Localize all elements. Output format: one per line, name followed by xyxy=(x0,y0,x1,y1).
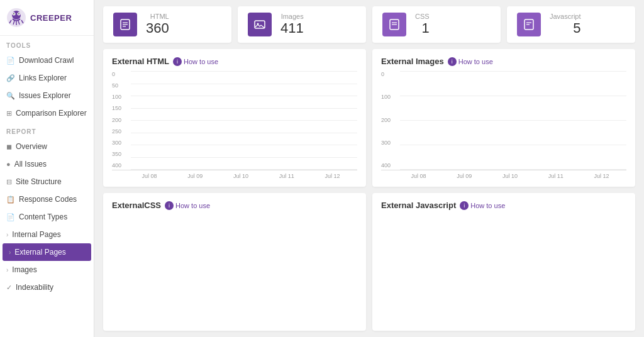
html-stat-label: HTML xyxy=(146,13,169,20)
sidebar-item-label: Response Codes xyxy=(19,195,77,204)
x-axis-html: Jul 08 Jul 09 Jul 10 Jul 11 Jul 12 xyxy=(112,170,357,179)
javascript-stat-icon xyxy=(517,13,541,36)
svg-point-4 xyxy=(13,13,14,14)
javascript-stat-info: Javascript 5 xyxy=(550,13,581,36)
info-icon-external-html: i xyxy=(173,57,182,66)
info-icon-external-images: i xyxy=(448,57,457,66)
report-section-label: REPORT xyxy=(0,122,94,138)
stat-card-javascript: Javascript 5 xyxy=(507,6,635,43)
chart-external-javascript: External Javascript i How to use xyxy=(372,193,635,331)
sidebar: CREEPER TOOLS 📄 Download Crawl 🔗 Links E… xyxy=(0,0,94,337)
stats-row: HTML 360 Images 411 CSS 1 xyxy=(94,0,644,49)
info-icon-external-javascript: i xyxy=(460,201,469,210)
chart-external-images: External Images i How to use 400 300 200… xyxy=(372,49,635,187)
sidebar-item-site-structure[interactable]: ⊟ Site Structure xyxy=(0,173,94,191)
how-to-use-label-images: How to use xyxy=(458,58,493,65)
response-codes-icon: 📋 xyxy=(6,196,15,204)
comparison-explorer-icon: ⊞ xyxy=(6,109,12,118)
sidebar-item-indexability[interactable]: ✓ Indexability xyxy=(0,279,94,296)
images-stat-info: Images 411 xyxy=(280,13,304,36)
sidebar-item-label: Links Explorer xyxy=(19,74,67,82)
tools-section-label: TOOLS xyxy=(0,36,94,52)
chart-empty-css xyxy=(112,215,357,323)
stat-card-html: HTML 360 xyxy=(103,6,231,43)
brand-name: CREEPER xyxy=(30,13,72,23)
css-stat-icon xyxy=(382,13,406,36)
sidebar-item-label: Site Structure xyxy=(16,177,62,186)
stat-card-css: CSS 1 xyxy=(372,6,501,43)
stat-card-images: Images 411 xyxy=(238,6,366,43)
main-content: HTML 360 Images 411 CSS 1 xyxy=(94,0,644,337)
html-stat-info: HTML 360 xyxy=(146,13,169,36)
javascript-stat-value: 5 xyxy=(550,20,581,36)
chart-external-html: External HTML i How to use 400 350 300 2… xyxy=(103,49,366,187)
sidebar-item-issues-explorer[interactable]: 🔍 Issues Explorer xyxy=(0,87,94,104)
sidebar-item-response-codes[interactable]: 📋 Response Codes xyxy=(0,191,94,208)
info-icon-external-css: i xyxy=(165,201,174,210)
sidebar-item-label: Images xyxy=(12,265,36,274)
html-stat-icon xyxy=(113,13,137,36)
y-axis-images: 400 300 200 100 0 xyxy=(381,71,399,170)
sidebar-item-download-crawl[interactable]: 📄 Download Crawl xyxy=(0,52,94,69)
sidebar-item-comparison-explorer[interactable]: ⊞ Comparison Explorer xyxy=(0,104,94,122)
css-stat-label: CSS xyxy=(415,13,430,20)
bar-chart-area-html: 400 350 300 250 200 150 100 50 0 xyxy=(112,71,357,179)
chart-title-external-images: External Images xyxy=(381,57,444,66)
how-to-use-external-images[interactable]: i How to use xyxy=(448,57,493,66)
sidebar-item-label: Overview xyxy=(16,142,47,151)
chart-title-external-css: ExternalCSS xyxy=(112,201,161,210)
download-crawl-icon: 📄 xyxy=(6,57,15,65)
grid-lines-images xyxy=(400,71,626,170)
javascript-stat-label: Javascript xyxy=(550,13,581,20)
svg-point-5 xyxy=(18,13,19,14)
bar-chart-images: 400 300 200 100 0 214 xyxy=(381,71,626,170)
how-to-use-external-css[interactable]: i How to use xyxy=(165,201,210,210)
sidebar-item-label: Issues Explorer xyxy=(19,91,71,100)
sidebar-item-label: Content Types xyxy=(19,213,67,221)
x-axis-images: Jul 08 Jul 09 Jul 10 Jul 11 Jul 12 xyxy=(381,170,626,179)
chart-title-external-html: External HTML xyxy=(112,57,169,66)
overview-icon: ◼ xyxy=(6,143,12,151)
indexability-icon: ✓ xyxy=(6,284,12,292)
chart-header-external-images: External Images i How to use xyxy=(381,57,626,66)
sidebar-item-overview[interactable]: ◼ Overview xyxy=(0,138,94,155)
sidebar-item-links-explorer[interactable]: 🔗 Links Explorer xyxy=(0,69,94,87)
sidebar-item-content-types[interactable]: 📄 Content Types xyxy=(0,208,94,226)
content-types-icon: 📄 xyxy=(6,213,15,221)
bar-chart-html: 400 350 300 250 200 150 100 50 0 xyxy=(112,71,357,170)
links-explorer-icon: 🔗 xyxy=(6,74,15,82)
all-issues-icon: ● xyxy=(6,160,11,168)
logo-icon xyxy=(6,8,26,28)
how-to-use-external-javascript[interactable]: i How to use xyxy=(460,201,505,210)
images-chevron-icon: › xyxy=(6,267,8,273)
y-axis-html: 400 350 300 250 200 150 100 50 0 xyxy=(112,71,130,170)
chart-title-external-javascript: External Javascript xyxy=(381,201,456,210)
charts-grid: External HTML i How to use 400 350 300 2… xyxy=(94,49,644,337)
html-stat-value: 360 xyxy=(146,20,169,36)
chart-header-external-css: ExternalCSS i How to use xyxy=(112,201,357,210)
css-stat-info: CSS 1 xyxy=(415,13,430,36)
images-stat-value: 411 xyxy=(280,20,304,36)
sidebar-item-label: External Pages xyxy=(14,248,65,257)
chart-empty-javascript xyxy=(381,215,626,323)
sidebar-item-external-pages[interactable]: › External Pages xyxy=(3,243,91,261)
issues-explorer-icon: 🔍 xyxy=(6,92,15,100)
sidebar-item-label: All Issues xyxy=(14,160,47,168)
site-structure-icon: ⊟ xyxy=(6,178,12,186)
grid-lines-html xyxy=(131,71,357,170)
chart-header-external-html: External HTML i How to use xyxy=(112,57,357,66)
sidebar-item-images[interactable]: › Images xyxy=(0,261,94,279)
sidebar-item-internal-pages[interactable]: › Internal Pages xyxy=(0,226,94,243)
css-stat-value: 1 xyxy=(415,20,430,36)
chart-header-external-javascript: External Javascript i How to use xyxy=(381,201,626,210)
how-to-use-label-html: How to use xyxy=(184,58,218,65)
logo: CREEPER xyxy=(0,0,94,36)
chevron-right-icon: › xyxy=(6,231,8,238)
sidebar-item-all-issues[interactable]: ● All Issues xyxy=(0,155,94,173)
sidebar-item-label: Internal Pages xyxy=(12,230,60,239)
images-stat-icon xyxy=(248,13,272,36)
chart-external-css: ExternalCSS i How to use xyxy=(103,193,366,331)
how-to-use-external-html[interactable]: i How to use xyxy=(173,57,218,66)
sidebar-item-label: Comparison Explorer xyxy=(16,109,87,118)
how-to-use-label-css: How to use xyxy=(175,202,210,209)
